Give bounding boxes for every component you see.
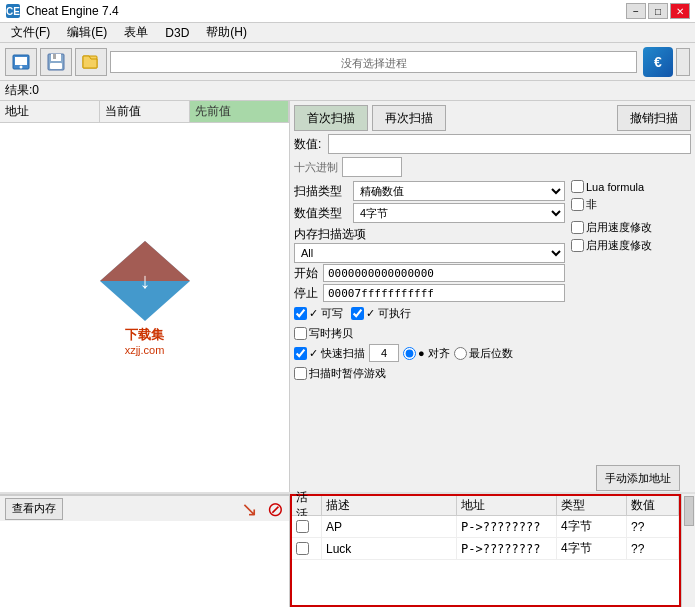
- ct-header-active: 活活: [292, 496, 322, 515]
- fast-scan-value[interactable]: [369, 344, 399, 362]
- watermark-text: 下载集: [95, 326, 195, 344]
- first-scan-button[interactable]: 首次扫描: [294, 105, 368, 131]
- open-file-button[interactable]: [75, 48, 107, 76]
- start-addr-input[interactable]: [323, 264, 565, 282]
- value-label: 数值:: [294, 136, 324, 153]
- data-type-row: 数值类型 4字节 2字节 8字节: [294, 202, 565, 224]
- scan-options-left: 扫描类型 精确数值 模糊扫描 数值类型 4字节 2字节 8字节: [294, 180, 565, 383]
- results-bar: 结果:0: [0, 81, 695, 101]
- suspend-row: 扫描时暂停游戏: [294, 363, 565, 383]
- settings-button[interactable]: [676, 48, 690, 76]
- svg-point-4: [20, 65, 23, 68]
- svg-rect-3: [15, 57, 27, 65]
- scan-results-area: ↓ 下载集 xzjj.com: [0, 123, 289, 492]
- manual-add-button[interactable]: 手动添加地址: [596, 465, 680, 491]
- no-sign-icon[interactable]: ⊘: [267, 497, 284, 521]
- bottom-left-toolbar: 查看内存 ↘ ⊘: [0, 495, 289, 521]
- process-display: 没有选择进程: [110, 51, 637, 73]
- value-input[interactable]: [328, 134, 691, 154]
- minimize-button[interactable]: −: [626, 3, 646, 19]
- cheat-active-0[interactable]: [292, 516, 322, 537]
- start-addr-row: 开始: [294, 263, 565, 283]
- title-bar-left: CE Cheat Engine 7.4: [5, 3, 119, 19]
- mem-scan-label: 内存扫描选项: [294, 226, 565, 243]
- scan-options-area: 扫描类型 精确数值 模糊扫描 数值类型 4字节 2字节 8字节: [294, 180, 691, 383]
- fast-scan-check[interactable]: ✓ 快速扫描: [294, 346, 365, 361]
- app-icon: CE: [5, 3, 21, 19]
- scan-type-label: 扫描类型: [294, 183, 349, 200]
- copy-on-write-check[interactable]: 写时拷贝: [294, 326, 353, 341]
- executable-check[interactable]: ✓ 可执行: [351, 306, 411, 321]
- right-panel: 首次扫描 再次扫描 撤销扫描 数值: 十六进制 扫描类型: [290, 101, 695, 492]
- speed-mod1-check[interactable]: 启用速度修改: [571, 220, 691, 235]
- speed-mod2-check[interactable]: 启用速度修改: [571, 238, 691, 253]
- svg-text:↓: ↓: [139, 268, 150, 293]
- bottom-section: 查看内存 ↘ ⊘ 活活 描述 地址 类型 数值 AP P->???????: [0, 492, 695, 607]
- view-memory-button[interactable]: 查看内存: [5, 498, 63, 520]
- cheat-desc-0: AP: [322, 516, 457, 537]
- stop-addr-input[interactable]: [323, 284, 565, 302]
- left-panel: 地址 当前值 先前值 ↓ 下载集 xzjj.com: [0, 101, 290, 492]
- bottom-right-section: 活活 描述 地址 类型 数值 AP P->???????? 4字节 ?? Luc…: [290, 494, 695, 607]
- stop-addr-row: 停止: [294, 283, 565, 303]
- col-header-address: 地址: [0, 101, 100, 122]
- stop-label: 停止: [294, 285, 319, 302]
- scan-type-select[interactable]: 精确数值 模糊扫描: [353, 181, 565, 201]
- cheat-row-0[interactable]: AP P->???????? 4字节 ??: [292, 516, 679, 538]
- save-button[interactable]: [40, 48, 72, 76]
- cheat-table-scrollbar[interactable]: [681, 494, 695, 607]
- hex-input[interactable]: [342, 157, 402, 177]
- ct-header-type: 类型: [557, 496, 627, 515]
- cheat-desc-1: Luck: [322, 538, 457, 559]
- title-bar-controls: − □ ✕: [626, 3, 690, 19]
- watermark-url: xzjj.com: [95, 344, 195, 356]
- not-check[interactable]: 非: [571, 197, 691, 212]
- svg-rect-7: [53, 54, 56, 59]
- upper-area: 地址 当前值 先前值 ↓ 下载集 xzjj.com: [0, 101, 695, 492]
- writable-exec-row: ✓ 可写 ✓ 可执行: [294, 303, 565, 323]
- svg-rect-8: [50, 63, 62, 69]
- data-type-select[interactable]: 4字节 2字节 8字节: [353, 203, 565, 223]
- cheat-value-0: ??: [627, 516, 679, 537]
- toolbar: 没有选择进程 €: [0, 43, 695, 81]
- menu-file[interactable]: 文件(F): [5, 22, 56, 43]
- value-row: 数值:: [294, 134, 691, 154]
- mem-scan-select[interactable]: All: [294, 243, 565, 263]
- cheat-address-1: P->????????: [457, 538, 557, 559]
- cheat-active-1[interactable]: [292, 538, 322, 559]
- maximize-button[interactable]: □: [648, 3, 668, 19]
- menu-table[interactable]: 表单: [118, 22, 154, 43]
- hex-label: 十六进制: [294, 160, 338, 175]
- menu-edit[interactable]: 编辑(E): [61, 22, 113, 43]
- cheat-row-1[interactable]: Luck P->???????? 4字节 ??: [292, 538, 679, 560]
- svg-marker-11: [100, 241, 190, 321]
- data-type-label: 数值类型: [294, 205, 349, 222]
- ct-header-address: 地址: [457, 496, 557, 515]
- col-header-current: 当前值: [100, 101, 190, 122]
- cheat-type-1: 4字节: [557, 538, 627, 559]
- close-button[interactable]: ✕: [670, 3, 690, 19]
- watermark: ↓ 下载集 xzjj.com: [95, 236, 195, 356]
- cheat-table-header: 活活 描述 地址 类型 数值: [292, 496, 679, 516]
- copy-on-write-row: 写时拷贝: [294, 323, 565, 343]
- right-options-col: Lua formula 非 启用速度修改 启用速度修改: [571, 180, 691, 383]
- open-process-button[interactable]: [5, 48, 37, 76]
- next-scan-button[interactable]: 再次扫描: [372, 105, 446, 131]
- scan-table-header: 地址 当前值 先前值: [0, 101, 289, 123]
- lua-formula-check[interactable]: Lua formula: [571, 180, 691, 193]
- main-wrapper: 地址 当前值 先前值 ↓ 下载集 xzjj.com: [0, 101, 695, 607]
- arrow-down-icon[interactable]: ↘: [241, 497, 258, 521]
- last-digit-radio[interactable]: 最后位数: [454, 346, 513, 361]
- cheat-table: 活活 描述 地址 类型 数值 AP P->???????? 4字节 ?? Luc…: [290, 494, 681, 607]
- scan-type-row: 扫描类型 精确数值 模糊扫描: [294, 180, 565, 202]
- scrollbar-thumb[interactable]: [684, 496, 694, 526]
- writable-check[interactable]: ✓ 可写: [294, 306, 343, 321]
- align-radio[interactable]: ● 对齐: [403, 346, 450, 361]
- suspend-check[interactable]: 扫描时暂停游戏: [294, 366, 386, 381]
- ce-logo: €: [643, 47, 673, 77]
- ct-header-desc: 描述: [322, 496, 457, 515]
- menu-d3d[interactable]: D3D: [159, 24, 195, 42]
- menu-help[interactable]: 帮助(H): [200, 22, 253, 43]
- cheat-address-0: P->????????: [457, 516, 557, 537]
- cancel-scan-button[interactable]: 撤销扫描: [617, 105, 691, 131]
